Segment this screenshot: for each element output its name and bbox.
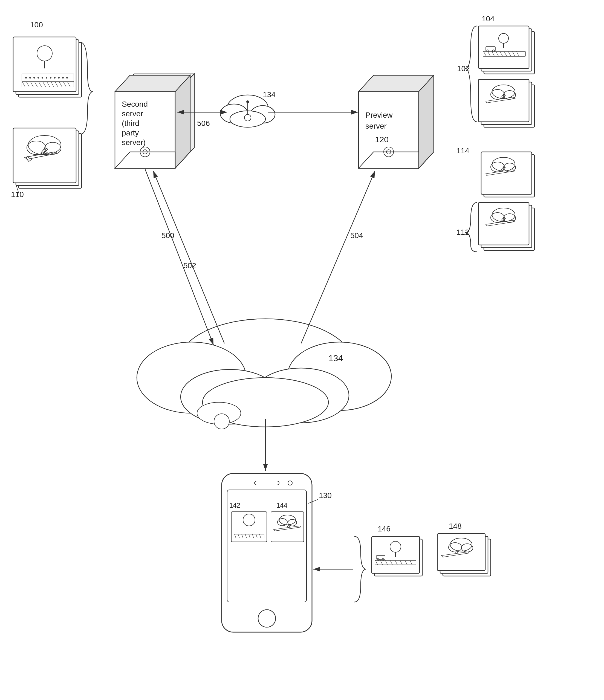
diagram-container <box>0 0 604 700</box>
